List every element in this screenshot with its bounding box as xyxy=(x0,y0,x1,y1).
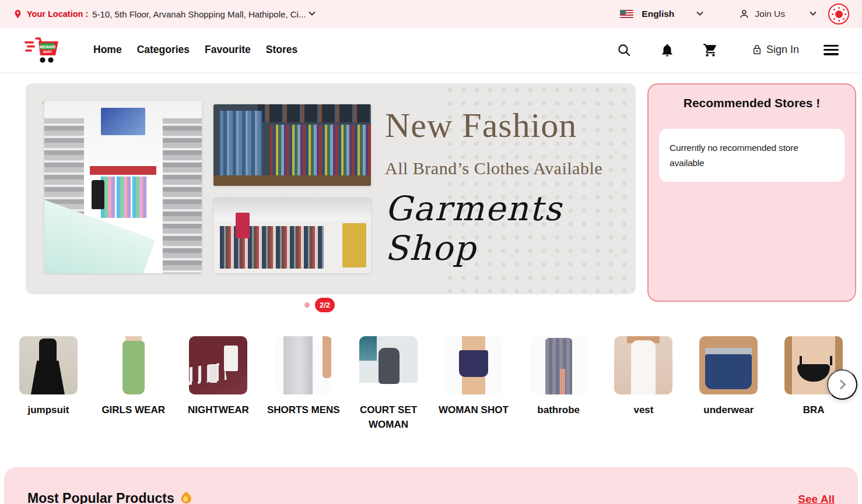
category-label: bathrobe xyxy=(537,403,580,418)
hero-banner[interactable]: ✦ New Fashion All Brand’s Clothes Availa… xyxy=(26,83,636,294)
banner-title: New Fashion xyxy=(385,105,630,146)
category-thumbnail xyxy=(189,336,247,394)
banner-photo-clothing-racks xyxy=(213,104,371,186)
most-popular-section: Most Popular Products See All xyxy=(4,467,858,504)
lock-icon xyxy=(752,44,762,56)
us-flag-icon xyxy=(620,10,633,19)
nav-link[interactable]: Categories xyxy=(137,44,190,56)
cart-icon[interactable] xyxy=(703,43,718,58)
category-item[interactable]: underwear xyxy=(686,336,771,432)
recommended-stores-empty-message: Currently no recommended store available xyxy=(670,140,834,170)
nav-link[interactable]: Home xyxy=(93,44,122,56)
banner-text-block: New Fashion All Brand’s Clothes Availabl… xyxy=(385,105,630,268)
brand-line1: MEWARI xyxy=(40,44,55,48)
category-label: SHORTS MENS xyxy=(267,403,340,418)
join-us-menu[interactable]: Join Us xyxy=(738,8,815,20)
fire-icon xyxy=(179,492,193,504)
recommended-stores-card: Currently no recommended store available xyxy=(659,129,845,182)
nav-links: Home Categories Favourite Stores xyxy=(93,44,297,56)
category-thumbnail xyxy=(359,336,418,394)
banner-script-text: Garments Shop xyxy=(385,189,630,268)
brand-line2: MART xyxy=(43,50,51,54)
location-selector[interactable]: Your Location : 5-10, 5th Floor, Arvanah… xyxy=(13,8,314,20)
location-value: 5-10, 5th Floor, Arvanah Shopping Mall, … xyxy=(92,9,306,19)
category-item[interactable]: COURT SET WOMAN xyxy=(346,336,431,432)
category-label: WOMAN SHOT xyxy=(439,403,509,418)
navbar-actions: Sign In xyxy=(588,43,848,58)
join-us-label: Join Us xyxy=(755,9,785,19)
sign-in-button[interactable]: Sign In xyxy=(752,44,799,56)
category-label: jumpsuit xyxy=(27,403,69,418)
chevron-right-icon xyxy=(836,380,846,390)
category-item[interactable]: vest xyxy=(601,336,686,432)
theme-toggle-button[interactable] xyxy=(828,3,849,24)
bell-icon[interactable] xyxy=(660,43,675,58)
category-thumbnail xyxy=(699,336,758,394)
person-icon xyxy=(738,8,750,20)
map-pin-icon xyxy=(13,8,23,20)
topbar-right: English Join Us xyxy=(620,3,849,24)
banner-photo-shop-interior xyxy=(44,101,202,273)
category-item[interactable]: NIGHTWEAR xyxy=(176,336,261,432)
recommended-stores-panel: Recommended Stores ! Currently no recomm… xyxy=(647,83,856,302)
category-item[interactable]: GIRLS WEAR xyxy=(91,336,176,432)
hero-section: ✦ New Fashion All Brand’s Clothes Availa… xyxy=(0,83,862,302)
chevron-down-icon xyxy=(810,9,816,16)
category-thumbnail xyxy=(530,336,588,394)
carousel-next-button[interactable] xyxy=(827,369,857,400)
category-label: BRA xyxy=(803,403,825,418)
brand-logo[interactable]: MEWARI MART xyxy=(23,34,61,66)
banner-photo-store-floor xyxy=(213,198,371,273)
pagination-counter[interactable]: 2/2 xyxy=(315,298,335,312)
sign-in-label: Sign In xyxy=(766,44,799,56)
category-item[interactable]: bathrobe xyxy=(516,336,601,432)
most-popular-title: Most Popular Products xyxy=(27,491,174,504)
category-label: NIGHTWEAR xyxy=(188,403,249,418)
category-thumbnail xyxy=(19,336,78,394)
see-all-link[interactable]: See All xyxy=(798,493,835,504)
nav-link[interactable]: Stores xyxy=(266,44,297,56)
category-thumbnail xyxy=(614,336,672,394)
category-label: underwear xyxy=(703,403,754,418)
category-label: COURT SET WOMAN xyxy=(352,403,425,432)
pagination-dot[interactable] xyxy=(304,302,310,308)
location-label: Your Location : xyxy=(27,9,88,19)
category-item[interactable]: jumpsuit xyxy=(6,336,91,432)
main-navbar: MEWARI MART Home Categories Favourite St… xyxy=(0,28,862,72)
category-label: vest xyxy=(633,403,653,418)
sun-icon xyxy=(835,10,843,18)
search-icon[interactable] xyxy=(616,43,632,58)
recommended-stores-title: Recommended Stores ! xyxy=(659,96,845,110)
category-thumbnail xyxy=(444,336,503,394)
chevron-down-icon xyxy=(309,9,316,16)
category-thumbnail xyxy=(274,336,332,394)
category-carousel: jumpsuit GIRLS WEAR NIGHTWEAR SHORTS MEN… xyxy=(0,336,862,432)
language-selector[interactable]: English xyxy=(642,9,674,19)
hamburger-icon[interactable] xyxy=(824,45,839,55)
category-label: GIRLS WEAR xyxy=(101,403,165,418)
chevron-down-icon[interactable] xyxy=(697,9,703,16)
banner-subtitle: All Brand’s Clothes Available xyxy=(385,158,630,178)
banner-pagination: 2/2 xyxy=(304,298,335,312)
category-thumbnail xyxy=(104,336,163,394)
category-item[interactable]: WOMAN SHOT xyxy=(431,336,516,432)
category-item[interactable]: SHORTS MENS xyxy=(261,336,346,432)
top-bar: Your Location : 5-10, 5th Floor, Arvanah… xyxy=(0,0,862,28)
most-popular-header: Most Popular Products xyxy=(27,491,191,504)
nav-link[interactable]: Favourite xyxy=(205,44,251,56)
